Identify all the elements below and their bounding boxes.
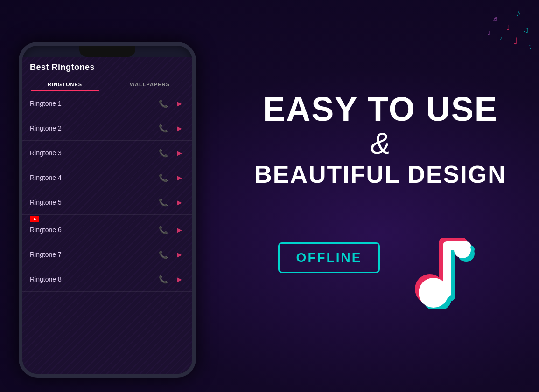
play-icon-3[interactable]: ▶ <box>174 147 185 158</box>
ringtone-item-8[interactable]: Ringtone 8 📞 ▶ <box>22 267 192 292</box>
bottom-section: OFFLINE <box>278 216 483 300</box>
play-icon-4[interactable]: ▶ <box>174 172 185 183</box>
tab-wallpapers[interactable]: WALLPAPERS <box>107 78 192 91</box>
music-note-svg <box>408 216 492 309</box>
play-icon-8[interactable]: ▶ <box>174 274 185 285</box>
tabs-bar: RINGTONES WALLPAPERS <box>22 78 192 91</box>
headline-amp: & <box>254 126 506 162</box>
play-icon-1[interactable]: ▶ <box>174 98 185 109</box>
phone-icon-6: 📞 <box>159 226 168 234</box>
ringtone-name-2: Ringtone 2 <box>30 124 159 132</box>
ringtone-list: Ringtone 1 📞 ▶ Ringtone 2 📞 ▶ Ringtone 3… <box>22 91 192 292</box>
phone-icon-1: 📞 <box>159 99 168 108</box>
ringtone-item-5[interactable]: Ringtone 5 📞 ▶ <box>22 190 192 215</box>
ringtone-item-4[interactable]: Ringtone 4 📞 ▶ <box>22 165 192 190</box>
play-icon-2[interactable]: ▶ <box>174 123 185 134</box>
offline-text: OFFLINE <box>296 250 362 265</box>
headline-line1: EASY TO USE <box>254 92 506 126</box>
app-header: Best Ringtones <box>22 57 192 76</box>
phone-frame: Best Ringtones RINGTONES WALLPAPERS Ring… <box>19 42 196 378</box>
music-logo <box>408 216 483 300</box>
youtube-badge-6 <box>30 216 39 222</box>
play-icon-6[interactable]: ▶ <box>174 224 185 235</box>
phone-icon-3: 📞 <box>159 149 168 158</box>
offline-badge: OFFLINE <box>278 242 380 273</box>
app-title: Best Ringtones <box>30 62 185 72</box>
ringtone-name-4: Ringtone 4 <box>30 174 159 181</box>
ringtone-name-5: Ringtone 5 <box>30 199 159 206</box>
play-icon-5[interactable]: ▶ <box>174 197 185 208</box>
power-button <box>19 106 20 132</box>
phone-notch <box>79 46 135 57</box>
ringtone-name-8: Ringtone 8 <box>30 275 159 283</box>
ringtone-item-2[interactable]: Ringtone 2 📞 ▶ <box>22 116 192 141</box>
phone-icon-5: 📞 <box>159 198 168 207</box>
ringtone-item-7[interactable]: Ringtone 7 📞 ▶ <box>22 242 192 267</box>
play-icon-7[interactable]: ▶ <box>174 249 185 260</box>
phone-icon-4: 📞 <box>159 173 168 182</box>
phone-icon-7: 📞 <box>159 250 168 259</box>
svg-point-19 <box>454 241 471 258</box>
headline-block: EASY TO USE & BEAUTIFUL DESIGN <box>254 92 506 188</box>
ringtone-name-1: Ringtone 1 <box>30 100 159 107</box>
ringtone-item-3[interactable]: Ringtone 3 📞 ▶ <box>22 141 192 165</box>
phone-icon-2: 📞 <box>159 124 168 133</box>
ringtone-item-1[interactable]: Ringtone 1 📞 ▶ <box>22 91 192 116</box>
phone-mockup: Best Ringtones RINGTONES WALLPAPERS Ring… <box>19 42 215 378</box>
ringtone-name-7: Ringtone 7 <box>30 251 159 258</box>
ringtone-name-3: Ringtone 3 <box>30 149 159 157</box>
right-content: EASY TO USE & BEAUTIFUL DESIGN OFFLINE <box>222 0 539 392</box>
ringtone-name-6: Ringtone 6 <box>30 226 159 234</box>
ringtone-item-6[interactable]: Ringtone 6 📞 ▶ <box>22 215 192 242</box>
tab-ringtones[interactable]: RINGTONES <box>22 78 107 91</box>
phone-icon-8: 📞 <box>159 275 168 284</box>
headline-line3: BEAUTIFUL DESIGN <box>254 161 506 188</box>
volume-button <box>195 92 196 111</box>
phone-screen: Best Ringtones RINGTONES WALLPAPERS Ring… <box>22 57 192 374</box>
